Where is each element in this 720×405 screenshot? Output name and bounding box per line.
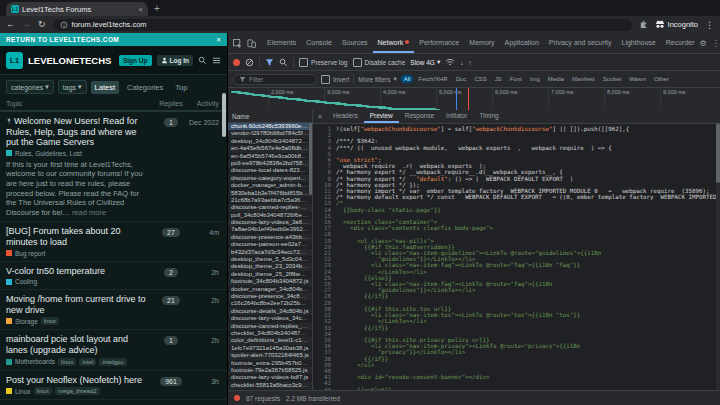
request-type-chip[interactable]: Fetch/XHR — [415, 75, 450, 83]
filter-toggle-icon[interactable] — [265, 58, 274, 67]
checkbox[interactable] — [321, 75, 330, 84]
topic-tag[interactable]: mega_thread2 — [55, 387, 100, 395]
site-logo[interactable]: L1 — [6, 52, 23, 69]
request-row[interactable]: 21c68b7a93aebba7c5a3605a.js — [228, 197, 312, 204]
request-type-chip[interactable]: Doc — [453, 75, 470, 83]
more-filters-dropdown[interactable]: More filters ▾ — [358, 75, 396, 83]
devtools-tab[interactable]: Lighthouse — [617, 33, 661, 53]
devtools-tab[interactable]: Memory — [464, 33, 499, 53]
request-type-chip[interactable]: Media — [545, 75, 567, 83]
page-scrollbar[interactable] — [222, 79, 226, 405]
request-row[interactable]: vendor-f29780b9fbd784c5f9c84.js — [228, 130, 312, 137]
request-row[interactable]: color_definitions_level1-c1.css — [228, 337, 312, 344]
topic-activity[interactable]: 3h — [189, 375, 219, 396]
request-type-chip[interactable]: CSS — [471, 75, 489, 83]
devtools-menu-icon[interactable]: ⋮ — [712, 39, 720, 48]
request-row[interactable]: desktop_34c804b34048726f6e1d.js — [228, 138, 312, 145]
request-row[interactable]: discourse-patreon-ee02a78d.js — [228, 241, 312, 248]
topic-title[interactable]: [BUG] Forum takes about 20 minutes to lo… — [6, 226, 149, 247]
request-list-scrollbar[interactable] — [309, 123, 312, 391]
devtools-tab[interactable]: Recorder — [661, 33, 700, 53]
topic-row[interactable]: KVM powered USB hub Hardware Hub helpdes… — [0, 400, 227, 405]
request-row[interactable]: chunk.60cb248c5393960e4c32.js — [228, 123, 312, 130]
forward-button[interactable]: → — [22, 20, 31, 29]
tab-close-icon[interactable]: × — [138, 5, 143, 14]
inspect-element-icon[interactable] — [230, 33, 244, 53]
replies-badge[interactable]: 2 — [164, 268, 178, 277]
topic-tag[interactable]: intelgpu — [99, 358, 126, 366]
topic-activity[interactable]: 2h — [189, 334, 219, 365]
devtools-tab[interactable]: Sources — [337, 33, 373, 53]
request-row[interactable]: spoiler-alert-77032184f465.js — [228, 352, 312, 359]
category-name[interactable]: Cooling — [15, 278, 37, 285]
topic-row[interactable]: mainboard pcie slot layout and lanes (up… — [0, 330, 227, 370]
nav-latest[interactable]: Latest — [91, 81, 119, 94]
request-row[interactable]: desktop_theme_25_2f8bea1b.js — [228, 271, 312, 278]
topic-activity[interactable]: 4m — [189, 226, 219, 256]
network-search-icon[interactable] — [279, 58, 288, 67]
topic-tag[interactable]: linux — [58, 358, 76, 366]
page-scrollbar-thumb[interactable] — [222, 93, 226, 137]
category-name[interactable]: Linux — [15, 388, 31, 395]
request-row[interactable]: footnote-79e2a367b58525.js — [228, 367, 312, 374]
category-name[interactable]: Motherboards — [15, 358, 55, 365]
return-banner[interactable]: RETURN TO LEVEL1TECHS.COM × — [0, 33, 227, 46]
request-row[interactable]: poll_34c804b34048726f6e1d.js — [228, 212, 312, 219]
code-scrollbar-thumb[interactable] — [716, 123, 720, 183]
code-scrollbar[interactable] — [716, 123, 720, 391]
request-row[interactable]: discourse-lazy-videos_34c8.js — [228, 315, 312, 322]
topic-row[interactable]: Welcome New Users! Read for Rules, Help,… — [0, 112, 227, 222]
device-toolbar-icon[interactable] — [244, 33, 258, 53]
replies-badge[interactable]: 27 — [162, 228, 180, 237]
request-row[interactable]: discourse-local-dates-823d63a.js — [228, 167, 312, 174]
clear-network-log-icon[interactable] — [245, 58, 254, 67]
topic-activity[interactable]: 2h — [189, 266, 219, 286]
replies-badge[interactable]: 1 — [164, 118, 178, 127]
search-icon[interactable] — [198, 56, 207, 65]
request-type-chip[interactable]: All — [401, 75, 414, 83]
column-activity[interactable]: Activity — [189, 100, 219, 107]
detail-tab[interactable]: Response — [399, 110, 440, 123]
browser-tab[interactable]: L1 Level1Techs Forums × — [6, 2, 148, 16]
topic-activity[interactable]: Dec 2022 — [189, 116, 219, 217]
request-row[interactable]: 5830eba1b3e7f476bdff15b8c1.js — [228, 190, 312, 197]
browser-menu-icon[interactable]: ⋮ — [705, 20, 714, 30]
request-row[interactable]: discourse-category-experts-e.js — [228, 175, 312, 182]
detail-tab[interactable]: Preview — [364, 110, 399, 123]
import-har-icon[interactable]: ↓ — [460, 59, 463, 66]
request-row[interactable]: b432d37aca7d3c34ecc7221b.js — [228, 249, 312, 256]
throttling-dropdown[interactable]: Slow 4G ▾ — [410, 58, 440, 66]
sign-up-button[interactable]: Sign Up — [119, 55, 152, 66]
request-row[interactable]: checklist_34c804b3404872.js — [228, 330, 312, 337]
site-info-icon[interactable] — [60, 21, 68, 29]
filter-input[interactable]: Filter — [233, 74, 317, 85]
topic-row[interactable]: [BUG] Forum takes about 20 minutes to lo… — [0, 222, 227, 261]
replies-badge[interactable]: 21 — [162, 296, 180, 305]
request-row[interactable]: discourse-lazy-videos_3a66d.js — [228, 219, 312, 226]
devtools-tab[interactable]: Network — [373, 33, 415, 53]
request-row[interactable]: discourse-canned-replies-ba6.js — [228, 204, 312, 211]
reload-button[interactable]: ↻ — [38, 20, 46, 29]
preserve-log-checkbox[interactable]: Preserve log — [299, 58, 348, 67]
disable-cache-checkbox[interactable]: Disable cache — [353, 58, 406, 67]
request-row[interactable]: desktop_theme_23_2034b866.js — [228, 263, 312, 270]
request-type-chip[interactable]: Other — [651, 75, 672, 83]
devtools-tab[interactable]: Performance — [414, 33, 464, 53]
request-row[interactable]: 1efc7e97321a145a30ab38.js — [228, 345, 312, 352]
devtools-tab[interactable]: Privacy and security — [544, 33, 617, 53]
request-type-chip[interactable]: JS — [492, 75, 505, 83]
detail-tab[interactable]: Initiator — [440, 110, 473, 123]
address-bar[interactable]: forum.level1techs.com — [53, 19, 632, 31]
checkbox[interactable] — [299, 58, 308, 67]
topic-tag[interactable]: linux — [34, 387, 52, 395]
topic-row[interactable]: V-color tn50 temperature Cooling 2 — [0, 262, 227, 291]
column-replies[interactable]: Replies — [153, 100, 189, 107]
checkbox[interactable] — [353, 58, 362, 67]
export-har-icon[interactable]: ↑ — [468, 59, 471, 66]
request-row[interactable]: footnote_34c804b3404872.js — [228, 278, 312, 285]
request-row[interactable]: 7a8ae04b1ef49edb0e3992cc.js — [228, 226, 312, 233]
request-type-chip[interactable]: Img — [527, 75, 543, 83]
request-row[interactable]: docker_manager_34c804b3.js — [228, 286, 312, 293]
topic-tag[interactable]: linux — [41, 317, 59, 325]
request-list-scrollbar-thumb[interactable] — [309, 123, 312, 195]
